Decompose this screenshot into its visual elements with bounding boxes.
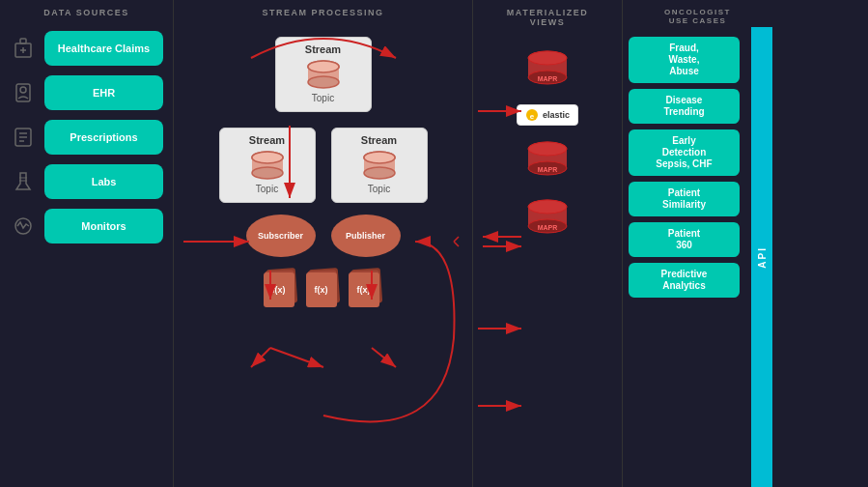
svg-text:MAPR: MAPR [538, 166, 558, 173]
top-stream-topic: Topic [312, 93, 334, 103]
mapr-item-3: MAPR [521, 195, 574, 242]
data-source-list: Healthcare Claims EHR Prescriptions Labs [0, 31, 173, 244]
right-stream-label: Stream [361, 134, 397, 146]
list-item: Monitors [10, 209, 163, 244]
fx-card-front: f(x) [306, 272, 337, 307]
healthcare-claims-box[interactable]: Healthcare Claims [44, 31, 163, 66]
mapr-icon-1: MAPR [521, 46, 574, 93]
elastic-item: e elastic [517, 104, 578, 126]
svg-text:MAPR: MAPR [538, 224, 558, 231]
svg-point-23 [364, 167, 395, 179]
top-stream-label: Stream [305, 43, 341, 55]
list-item: EHR [10, 75, 163, 110]
col-materialized-views: MATERIALIZED VIEWS MAPR e elastic [473, 0, 623, 487]
data-sources-header: DATA SOURCES [40, 0, 132, 21]
ehr-icon [10, 79, 37, 106]
svg-point-15 [308, 76, 339, 88]
left-stream-topic: Topic [256, 184, 278, 194]
top-stream-cylinder [302, 59, 345, 90]
svg-text:e: e [530, 112, 535, 121]
fx-card-front: f(x) [349, 272, 379, 307]
fx-row: f(x) f(x) f(x) [264, 269, 383, 313]
mapr-item-2: MAPR [521, 137, 574, 184]
api-label: API [757, 246, 768, 269]
svg-point-19 [252, 167, 283, 179]
svg-point-5 [20, 87, 26, 93]
mapr-icon-2: MAPR [521, 137, 574, 184]
use-case-predictive[interactable]: PredictiveAnalytics [629, 263, 740, 298]
use-cases-header: ONCOLOGISTUSE CASES [660, 0, 735, 29]
use-case-patient-similarity[interactable]: PatientSimilarity [629, 182, 740, 216]
api-badge: API [751, 27, 772, 487]
svg-point-20 [252, 152, 283, 163]
use-case-patient-360[interactable]: Patient360 [629, 222, 740, 257]
svg-point-24 [364, 152, 395, 163]
labs-box[interactable]: Labs [44, 164, 163, 199]
list-item: Healthcare Claims [10, 31, 163, 66]
svg-rect-1 [20, 39, 26, 43]
svg-text:MAPR: MAPR [538, 75, 558, 82]
svg-point-36 [528, 142, 567, 156]
sub-pub-row: Subscriber Publisher [246, 215, 401, 257]
publisher-box: Publisher [331, 215, 401, 257]
monitors-box[interactable]: Monitors [44, 209, 163, 244]
prescription-icon [10, 124, 37, 151]
mapr-item-1: MAPR [521, 46, 574, 93]
labs-icon [10, 168, 37, 195]
main-container: DATA SOURCES Healthcare Claims EHR Presc… [0, 0, 868, 487]
svg-point-16 [308, 61, 339, 72]
col-stream-processing: STREAM PROCESSING Stream Topic [174, 0, 473, 487]
col-data-sources: DATA SOURCES Healthcare Claims EHR Presc… [0, 0, 174, 487]
use-case-early-detection[interactable]: EarlyDetectionSepsis, CHF [629, 129, 740, 176]
fx-stack-3: f(x) [349, 269, 383, 313]
mapr-icon-3: MAPR [521, 195, 574, 242]
stream-content-area: Stream Topic Stream [174, 21, 472, 487]
hospital-icon [10, 35, 37, 62]
left-stream-cylinder [246, 150, 289, 181]
col-use-cases: ONCOLOGISTUSE CASES Fraud,Waste,Abuse Di… [623, 0, 772, 487]
use-case-fraud[interactable]: Fraud,Waste,Abuse [629, 37, 740, 83]
left-stream-box: Stream Topic [219, 128, 316, 203]
mat-views-header: MATERIALIZED VIEWS [503, 0, 592, 31]
stream-processing-header: STREAM PROCESSING [258, 0, 387, 21]
top-stream-box: Stream Topic [275, 37, 372, 112]
subscriber-box: Subscriber [246, 215, 316, 257]
right-stream-topic: Topic [368, 184, 390, 194]
list-item: Prescriptions [10, 120, 163, 155]
prescriptions-box[interactable]: Prescriptions [44, 120, 163, 155]
use-case-disease[interactable]: DiseaseTrending [629, 89, 740, 124]
right-stream-cylinder [358, 150, 401, 181]
elastic-badge: e elastic [517, 104, 578, 126]
fx-stack-2: f(x) [306, 269, 341, 313]
svg-point-29 [528, 51, 567, 65]
fx-stack-1: f(x) [264, 269, 298, 313]
top-stream-wrapper: Stream Topic [275, 37, 372, 112]
list-item: Labs [10, 164, 163, 199]
left-stream-label: Stream [249, 134, 285, 146]
monitors-icon [10, 213, 37, 240]
elastic-label: elastic [543, 110, 570, 120]
right-stream-box: Stream Topic [331, 128, 428, 203]
svg-point-41 [528, 200, 567, 214]
use-case-list: Fraud,Waste,Abuse DiseaseTrending EarlyD… [623, 37, 772, 298]
fx-card-front: f(x) [264, 272, 294, 307]
middle-streams-row: Stream Topic Stream [219, 128, 428, 203]
mat-items-list: MAPR e elastic MAPR [473, 46, 622, 242]
ehr-box[interactable]: EHR [44, 75, 163, 110]
